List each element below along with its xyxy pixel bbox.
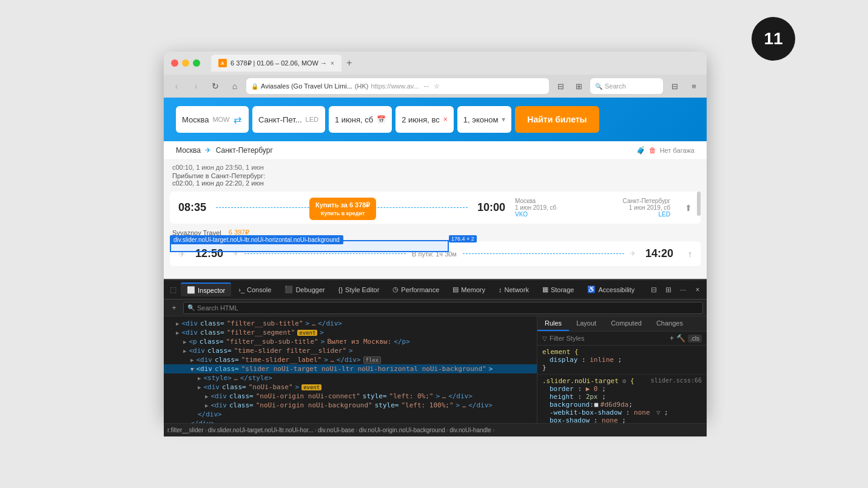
expand-arrow-7[interactable]: ▶ xyxy=(198,375,201,381)
html-line-8[interactable]: ▶ <div class="noUi-base" > event xyxy=(164,383,537,392)
swap-icon[interactable]: ⇄ xyxy=(234,114,241,125)
expand-arrow[interactable]: ▶ xyxy=(176,321,179,327)
html-line-4[interactable]: ▶ <div class="time-slider filter__slider… xyxy=(164,346,537,355)
address-bar[interactable]: 🔒 Aviasales (Go Travel Un Limi... (HK) h… xyxy=(246,78,549,94)
expand-arrow-10[interactable]: ▶ xyxy=(205,403,208,409)
expand-arrow-6[interactable]: ▼ xyxy=(190,366,193,372)
flight2-line xyxy=(244,253,406,254)
active-tab[interactable]: A 6 378₽ | 01.06 – 02.06, MOW → × xyxy=(211,55,341,72)
css-tab-rules[interactable]: Rules xyxy=(537,316,569,331)
more-options-btn[interactable]: ··· xyxy=(676,283,690,296)
debugger-icon: ⬛ xyxy=(284,286,293,293)
color-swatch[interactable] xyxy=(594,403,599,407)
buy-button[interactable]: Купить за 6 378₽ Купить в кредит xyxy=(309,198,376,220)
split-view-btn[interactable]: ⊟ xyxy=(647,283,661,296)
expand-arrow-5[interactable]: ▶ xyxy=(190,357,193,363)
passengers-field[interactable]: 1, эконом ▾ xyxy=(457,106,512,133)
breadcrumb-sep-5: › xyxy=(493,427,494,433)
bookmark-icon[interactable]: ☆ xyxy=(434,82,440,90)
search-icon: 🔍 xyxy=(595,83,602,90)
price-text: Купить за 6 378₽ xyxy=(315,201,370,209)
refresh-btn[interactable]: ↻ xyxy=(207,78,223,94)
breadcrumb-item-1[interactable]: r.filter__slider xyxy=(167,427,203,433)
dock-btn[interactable]: ⊞ xyxy=(662,283,675,296)
collapse-btn[interactable]: ↑ xyxy=(688,249,692,259)
tab-network[interactable]: ↕ Network xyxy=(493,284,535,296)
destination-field[interactable]: Санкт-Пет... LED xyxy=(252,106,325,133)
html-line-12[interactable]: </div> xyxy=(164,419,537,423)
breadcrumb-item-3[interactable]: div.noUi-base xyxy=(318,427,354,433)
element-rule: element { display : inline ; } xyxy=(537,346,707,375)
scrollbar-thumb[interactable] xyxy=(697,192,701,216)
inspect-element-btn[interactable]: ⬚ xyxy=(166,283,180,296)
arrive-time-text: 10:00 xyxy=(477,201,505,214)
html-line-7[interactable]: ▶ <style> … </style> xyxy=(164,373,537,383)
html-line-10[interactable]: ▶ <div class="noUi-origin noUi-backgroun… xyxy=(164,401,537,410)
extensions-btn[interactable]: ⊟ xyxy=(667,78,682,94)
more-btn[interactable]: ··· xyxy=(424,83,429,90)
home-btn[interactable]: ⌂ xyxy=(227,78,243,94)
html-line-9[interactable]: ▶ <div class="noUi-origin noUi-connect" … xyxy=(164,392,537,401)
tab-console[interactable]: ›_ Console xyxy=(232,284,277,296)
search-html-bar[interactable]: 🔍 Search HTML xyxy=(183,302,703,314)
minimize-window-btn[interactable] xyxy=(182,59,189,67)
html-line-11[interactable]: </div> xyxy=(164,410,537,419)
menu-btn[interactable]: ≡ xyxy=(686,78,702,94)
html-line-6-selected[interactable]: ▼ <div class="slider noUi-target noUi-lt… xyxy=(164,364,537,373)
tab-close-btn[interactable]: × xyxy=(331,60,334,67)
css-tab-layout[interactable]: Layout xyxy=(569,316,604,331)
route-arrow: ✈ xyxy=(205,146,211,155)
back-btn[interactable]: ‹ xyxy=(169,78,184,94)
search-bar[interactable]: 🔍 Search xyxy=(590,78,663,94)
expand-arrow-8[interactable]: ▶ xyxy=(198,384,201,390)
tab-performance[interactable]: ◷ Performance xyxy=(386,283,445,296)
step-badge: 11 xyxy=(752,17,795,61)
date-from-field[interactable]: 1 июня, сб 📅 xyxy=(329,106,392,133)
share-btn[interactable]: ⬆ xyxy=(685,203,692,213)
aviasales-header: Москва MOW ⇄ Санкт-Пет... LED 1 июня, сб… xyxy=(164,98,707,141)
tab-inspector[interactable]: ⬜ Inspector xyxy=(181,282,231,296)
tab-storage[interactable]: ▦ Storage xyxy=(536,283,580,296)
breadcrumb-item-2[interactable]: div.slider.noUi-target.noUi-ltr.noUi-hor… xyxy=(208,427,314,433)
expand-arrow-9[interactable]: ▶ xyxy=(205,393,208,399)
background-property: background xyxy=(542,401,590,409)
tab-debugger[interactable]: ⬛ Debugger xyxy=(278,283,331,296)
reader-view-btn[interactable]: ⊞ xyxy=(571,78,587,94)
add-property-btn[interactable]: 🔨 xyxy=(676,334,685,343)
flight2-line2 xyxy=(463,253,624,254)
expand-arrow-3[interactable]: ▶ xyxy=(183,339,186,345)
route-text: Москва ✈ Санкт-Петербург xyxy=(176,146,273,155)
html-line-5[interactable]: ▶ <div class="time-slider__label" > … </… xyxy=(164,355,537,364)
css-tab-computed[interactable]: Computed xyxy=(604,316,649,331)
cls-btn[interactable]: .cls xyxy=(688,335,702,343)
buy-credit-text[interactable]: Купить в кредит xyxy=(315,210,370,216)
add-node-btn[interactable]: + xyxy=(167,301,181,315)
origin-city: Москва xyxy=(182,115,209,124)
maximize-window-btn[interactable] xyxy=(193,59,200,67)
url-text: https://www.av... xyxy=(371,82,419,90)
style-editor-label: Style Editor xyxy=(345,286,379,293)
css-tab-changes[interactable]: Changes xyxy=(649,316,690,331)
forward-btn[interactable]: › xyxy=(188,78,204,94)
tab-accessibility[interactable]: ♿ Accessibility xyxy=(581,283,641,296)
search-flights-btn[interactable]: Найти билеты xyxy=(515,106,599,133)
html-line-2[interactable]: ▶ <div class="filter__segment" event > xyxy=(164,328,537,337)
expand-arrow-4[interactable]: ▶ xyxy=(183,348,186,354)
date-to-field[interactable]: 2 июня, вс × xyxy=(395,106,454,133)
expand-arrow-2[interactable]: ▶ xyxy=(176,330,179,336)
new-tab-btn[interactable]: + xyxy=(346,58,352,69)
breadcrumb-item-5[interactable]: div.noUi-handle xyxy=(449,427,491,433)
add-rule-btn[interactable]: + xyxy=(670,334,674,343)
html-line-3[interactable]: ▶ <p class="filter__sub-sub-title" > Выл… xyxy=(164,337,537,346)
close-window-btn[interactable] xyxy=(171,59,178,67)
html-line-1[interactable]: ▶ <div class="filter__sub-title" > … </d… xyxy=(164,319,537,328)
breadcrumb-item-4[interactable]: div.noUi-origin.noUi-background xyxy=(359,427,445,433)
tab-style-editor[interactable]: {} Style Editor xyxy=(332,284,386,296)
origin-field[interactable]: Москва MOW ⇄ xyxy=(176,106,249,133)
storage-label: Storage xyxy=(551,286,574,293)
tab-memory[interactable]: ▤ Memory xyxy=(446,283,491,296)
close-devtools-btn[interactable]: × xyxy=(691,283,704,296)
highlight-tooltip: div.slider.noUi-target.noUi-ltr.noUi-hor… xyxy=(170,235,343,244)
bookmarks-btn[interactable]: ⊟ xyxy=(553,78,568,94)
clear-date-btn[interactable]: × xyxy=(443,115,448,124)
